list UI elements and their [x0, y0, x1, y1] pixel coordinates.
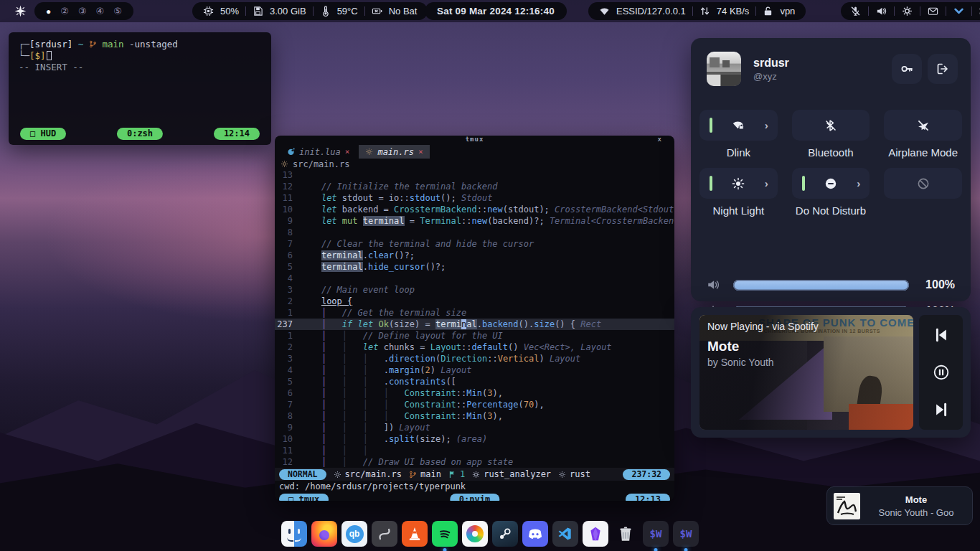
code-line[interactable]: 8 │ │ │ │ Constraint::Min(3), — [275, 410, 674, 422]
code-line[interactable]: 9 │ │ │ ]) Layout — [275, 422, 674, 433]
workspace-4[interactable]: ④ — [96, 6, 105, 17]
tmux-clock-pill: 12:14 — [214, 128, 260, 140]
code-line[interactable]: 11 let stdout = io::stdout(); Stdout — [275, 192, 674, 204]
code-line[interactable]: 7 // Clear the terminal and hide the cur… — [275, 238, 674, 250]
line-number: 1 — [275, 330, 301, 342]
toggle-label: Night Light — [699, 204, 778, 217]
header-buttons — [886, 54, 958, 84]
notification-popup[interactable]: Mote Sonic Youth - Goo — [826, 486, 973, 525]
mail-icon[interactable] — [928, 6, 938, 17]
pause-button[interactable] — [933, 364, 949, 380]
clock[interactable]: Sat 09 Mar 2024 12:16:40 — [425, 2, 567, 20]
toggle-airplane-mode[interactable] — [884, 110, 962, 141]
dock-icon-terminal-sw[interactable]: $W — [643, 521, 669, 547]
workspace-1[interactable]: ● — [46, 6, 51, 17]
key-button[interactable] — [892, 54, 922, 84]
code-line[interactable]: 8 — [275, 227, 674, 238]
toggle-night-light[interactable]: › — [699, 168, 778, 199]
toggle-dlink[interactable]: › — [699, 110, 778, 141]
chevron-right-icon[interactable]: › — [857, 177, 860, 189]
album-art: SHAPE OF PUNK TO COME A CHIMERICAL BOMBI… — [699, 315, 913, 430]
dock-icon-vlc[interactable] — [402, 521, 428, 547]
clock-text: Sat 09 Mar 2024 12:16:40 — [437, 6, 555, 17]
toggle-bluetooth[interactable] — [792, 110, 870, 141]
logout-button[interactable] — [928, 54, 958, 84]
blocked-icon — [917, 177, 930, 190]
vpn-unlock-icon[interactable] — [763, 6, 773, 17]
dock-icon-obsidian[interactable] — [583, 521, 608, 547]
tmux-session-pill[interactable]: □ HUD — [20, 128, 66, 140]
code-line[interactable]: 11 │ │ │ — [275, 445, 674, 456]
gear-icon[interactable] — [902, 6, 913, 17]
line-number: 11 — [275, 445, 301, 456]
code-area[interactable]: 1312 // Initialize the terminal backend1… — [275, 169, 674, 468]
tmux-window-pill[interactable]: 0:nvim — [450, 494, 499, 501]
dock-icon-photos[interactable] — [462, 521, 488, 547]
statusline-file: src/main.rs — [345, 469, 402, 479]
buffer-tab-init.lua[interactable]: init.lua× — [281, 145, 356, 159]
dock-icon-terminal-sw[interactable]: $W — [673, 521, 699, 547]
toggle-do-not-disturb[interactable]: › — [792, 168, 870, 199]
workspace-5[interactable]: ⑤ — [113, 6, 122, 17]
code-line[interactable]: 9 let mut terminal = Terminal::new(backe… — [275, 215, 674, 227]
dock-icon-trash[interactable] — [613, 521, 639, 547]
code-line[interactable]: 6 terminal.clear()?; — [275, 250, 674, 261]
distro-logo-icon[interactable] — [14, 5, 27, 17]
chevron-down-icon[interactable] — [953, 6, 964, 17]
code-line[interactable]: 2 loop { — [275, 296, 674, 307]
dock-icon-firefox[interactable] — [311, 521, 337, 547]
code-line[interactable]: 5 │ │ │ .constraints([ — [275, 376, 674, 387]
code-line[interactable]: 12 // Initialize the terminal backend — [275, 181, 674, 192]
tab-close-icon[interactable]: × — [345, 147, 350, 156]
buffer-tab-main.rs[interactable]: main.rs× — [359, 145, 429, 159]
dock-icon-discord[interactable] — [522, 521, 548, 547]
chevron-right-icon[interactable]: › — [765, 119, 768, 131]
toggle-blocked[interactable] — [884, 168, 962, 199]
ram-usage: 3.00 GiB — [270, 6, 306, 17]
code-line[interactable]: 10 │ │ │ .split(size); (area) — [275, 433, 674, 445]
vi-mode-indicator: -- INSERT -- — [9, 62, 271, 73]
code-line[interactable]: 3 │ │ │ .direction(Direction::Vertical) … — [275, 353, 674, 364]
battery-status: No Bat — [389, 6, 418, 17]
workspace-3[interactable]: ③ — [78, 6, 87, 17]
code-line[interactable]: 6 │ │ │ │ Constraint::Min(3), — [275, 387, 674, 399]
code-line[interactable]: 1 │ │ // Define layout for the UI — [275, 330, 674, 342]
airplane-off-icon — [917, 119, 930, 132]
dock-icon-steam[interactable] — [492, 521, 518, 547]
code-line[interactable]: 2 │ │ let chunks = Layout::default() Vec… — [275, 342, 674, 353]
code-line[interactable]: 4 │ │ │ .margin(2) Layout — [275, 364, 674, 376]
terminal-window[interactable]: ┌─[srdusr] ~ main -unstaged └─[$] -- INS… — [9, 32, 271, 145]
tmux-window-pill[interactable]: 0:zsh — [117, 128, 163, 140]
dock-icon-file-manager[interactable] — [281, 521, 307, 547]
speaker-icon[interactable] — [876, 6, 887, 17]
line-number: 11 — [275, 192, 301, 204]
code-line[interactable]: 5 terminal.hide_cursor()?; — [275, 261, 674, 273]
dock-icon-qbittorrent[interactable]: qb — [341, 521, 367, 547]
code-line[interactable]: 13 — [275, 169, 674, 181]
prompt-tree: ┌─ — [19, 39, 29, 50]
dock-icon-spotify[interactable] — [432, 521, 458, 547]
wifi-icon[interactable] — [599, 6, 610, 17]
slider-speaker[interactable] — [733, 280, 909, 291]
tmux-session-pill[interactable]: □ tmux — [279, 494, 329, 501]
workspace-2[interactable]: ② — [60, 6, 69, 17]
dock-icon-vscode[interactable] — [552, 521, 578, 547]
code-line-current[interactable]: 237 │ if let Ok(size) = terminal.backend… — [275, 319, 674, 330]
mic-off-icon[interactable] — [850, 6, 861, 17]
prev-button[interactable] — [933, 327, 949, 343]
code-line[interactable]: 7 │ │ │ │ Constraint::Percentage(70), — [275, 399, 674, 410]
code-line[interactable]: 1 │ // Get the terminal size — [275, 307, 674, 319]
running-indicator — [443, 548, 447, 551]
code-line[interactable]: 10 let backend = CrosstermBackend::new(s… — [275, 204, 674, 215]
next-button[interactable] — [933, 402, 949, 418]
code-line[interactable]: 12 │ │ // Draw UI based on app state — [275, 456, 674, 468]
divider — [755, 6, 756, 16]
close-icon[interactable]: x — [658, 136, 661, 143]
notification-album-art — [834, 493, 860, 519]
chevron-right-icon[interactable]: › — [765, 177, 768, 189]
editor-window[interactable]: tmux x init.lua×main.rs× src/main.rs 131… — [275, 136, 674, 501]
dock-icon-swirl-app[interactable] — [372, 521, 397, 547]
code-line[interactable]: 3 // Main event loop — [275, 284, 674, 296]
code-line[interactable]: 4 — [275, 273, 674, 284]
tab-close-icon[interactable]: × — [418, 147, 423, 156]
